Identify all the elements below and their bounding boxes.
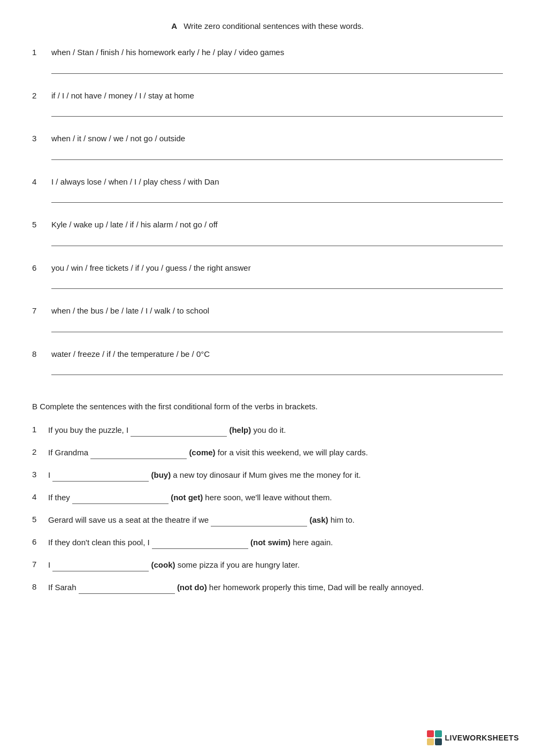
question-text: when / it / snow / we / not go / outside	[51, 133, 503, 145]
question-number: 7	[32, 305, 43, 315]
section-b-before: If Sarah	[48, 583, 79, 592]
answer-input-a7[interactable]	[51, 320, 503, 332]
section-b-title: B Complete the sentences with the first …	[32, 402, 503, 411]
logo-text: LIVEWORKSHEETS	[445, 734, 519, 742]
question-content: Kyle / wake up / late / if / his alarm /…	[51, 219, 503, 246]
answer-input-b2[interactable]	[90, 448, 187, 459]
question-item: 2 if / I / not have / money / I / stay a…	[32, 90, 503, 117]
section-b-content: Gerard will save us a seat at the theatr…	[48, 514, 503, 526]
question-item: 4 I / always lose / when / I / play ches…	[32, 176, 503, 203]
verb-hint: (not get)	[171, 493, 203, 502]
question-content: when / Stan / finish / his homework earl…	[51, 47, 503, 74]
section-b-number: 8	[32, 581, 42, 591]
question-item: 8 water / freeze / if / the temperature …	[32, 348, 503, 376]
section-b-questions: 1 If you buy the puzzle, I (help) you do…	[32, 424, 503, 594]
section-b-item: 2 If Grandma (come) for a visit this wee…	[32, 446, 503, 459]
logo-cell-2	[435, 730, 442, 737]
question-text: when / Stan / finish / his homework earl…	[51, 47, 503, 59]
section-b-number: 6	[32, 536, 42, 546]
section-b-after: here soon, we'll leave without them.	[205, 493, 332, 502]
section-b-content: If they (not get) here soon, we'll leave…	[48, 491, 503, 504]
section-b-after: a new toy dinosaur if Mum gives me the m…	[173, 470, 361, 479]
section-b-after: him to.	[331, 515, 355, 524]
question-number: 5	[32, 219, 43, 229]
section-b-before: If they	[48, 493, 72, 502]
answer-input-b1[interactable]	[131, 426, 227, 437]
verb-hint: (not swim)	[250, 538, 291, 547]
section-b-item: 5 Gerard will save us a seat at the thea…	[32, 514, 503, 526]
question-number: 2	[32, 90, 43, 100]
question-content: when / it / snow / we / not go / outside	[51, 133, 503, 160]
question-content: when / the bus / be / late / I / walk / …	[51, 305, 503, 332]
question-item: 7 when / the bus / be / late / I / walk …	[32, 305, 503, 332]
logo-cell-3	[427, 738, 434, 745]
section-b-content: If you buy the puzzle, I (help) you do i…	[48, 424, 503, 437]
section-b-after: her homework properly this time, Dad wil…	[209, 583, 424, 592]
question-content: you / win / free tickets / if / you / gu…	[51, 262, 503, 289]
question-text: if / I / not have / money / I / stay at …	[51, 90, 503, 102]
logo-icon	[427, 730, 442, 745]
answer-input-a1[interactable]	[51, 62, 503, 74]
section-a-title: A Write zero conditional sentences with …	[32, 21, 503, 30]
verb-hint: (cook)	[151, 560, 175, 569]
section-b-content: I (cook) some pizza if you are hungry la…	[48, 559, 503, 571]
answer-input-a8[interactable]	[51, 363, 503, 375]
section-b-item: 1 If you buy the puzzle, I (help) you do…	[32, 424, 503, 437]
question-number: 8	[32, 348, 43, 358]
verb-hint: (ask)	[310, 515, 328, 524]
question-text: Kyle / wake up / late / if / his alarm /…	[51, 219, 503, 231]
question-item: 6 you / win / free tickets / if / you / …	[32, 262, 503, 289]
section-b-content: I (buy) a new toy dinosaur if Mum gives …	[48, 469, 503, 482]
section-b-item: 7 I (cook) some pizza if you are hungry …	[32, 559, 503, 571]
section-b-content: If they don't clean this pool, I (not sw…	[48, 536, 503, 549]
section-b-before: If Grandma	[48, 448, 90, 457]
question-content: I / always lose / when / I / play chess …	[51, 176, 503, 203]
logo: LIVEWORKSHEETS	[427, 730, 519, 745]
answer-input-b3[interactable]	[52, 471, 149, 482]
answer-input-b8[interactable]	[79, 583, 175, 594]
answer-input-b4[interactable]	[72, 493, 169, 504]
question-text: water / freeze / if / the temperature / …	[51, 348, 503, 361]
answer-input-b6[interactable]	[152, 538, 248, 549]
section-b-letter: B	[32, 402, 37, 411]
section-b-number: 5	[32, 514, 42, 524]
section-b-before: I	[48, 470, 52, 479]
section-b-content: If Sarah (not do) her homework properly …	[48, 581, 503, 594]
section-b-before: I	[48, 560, 52, 569]
verb-hint: (help)	[229, 425, 251, 434]
verb-hint: (not do)	[177, 583, 207, 592]
question-text: I / always lose / when / I / play chess …	[51, 176, 503, 188]
section-b-number: 2	[32, 446, 42, 456]
section-b-before: If they don't clean this pool, I	[48, 538, 152, 547]
logo-cell-4	[435, 738, 442, 745]
section-b-number: 3	[32, 469, 42, 479]
answer-input-a3[interactable]	[51, 148, 503, 160]
answer-input-b7[interactable]	[52, 561, 149, 571]
question-content: if / I / not have / money / I / stay at …	[51, 90, 503, 117]
question-item: 3 when / it / snow / we / not go / outsi…	[32, 133, 503, 160]
section-b-item: 3 I (buy) a new toy dinosaur if Mum give…	[32, 469, 503, 482]
section-b-before: Gerard will save us a seat at the theatr…	[48, 515, 211, 524]
question-number: 6	[32, 262, 43, 272]
question-number: 1	[32, 47, 43, 57]
answer-input-b5[interactable]	[211, 516, 307, 526]
section-b-after: here again.	[293, 538, 333, 547]
section-a: A Write zero conditional sentences with …	[32, 21, 503, 375]
answer-input-a4[interactable]	[51, 191, 503, 203]
verb-hint: (come)	[189, 448, 215, 457]
section-b: B Complete the sentences with the first …	[32, 402, 503, 594]
section-a-letter: A	[171, 21, 177, 30]
section-b-after: you do it.	[253, 425, 286, 434]
answer-input-a5[interactable]	[51, 234, 503, 246]
verb-hint: (buy)	[151, 470, 171, 479]
section-b-item: 6 If they don't clean this pool, I (not …	[32, 536, 503, 549]
section-b-number: 1	[32, 424, 42, 434]
answer-input-a2[interactable]	[51, 105, 503, 117]
section-b-instruction: Complete the sentences with the first co…	[40, 402, 317, 411]
question-content: water / freeze / if / the temperature / …	[51, 348, 503, 376]
section-b-after: for a visit this weekend, we will play c…	[218, 448, 368, 457]
question-item: 1 when / Stan / finish / his homework ea…	[32, 47, 503, 74]
section-b-after: some pizza if you are hungry later.	[178, 560, 300, 569]
answer-input-a6[interactable]	[51, 277, 503, 289]
question-text: you / win / free tickets / if / you / gu…	[51, 262, 503, 274]
